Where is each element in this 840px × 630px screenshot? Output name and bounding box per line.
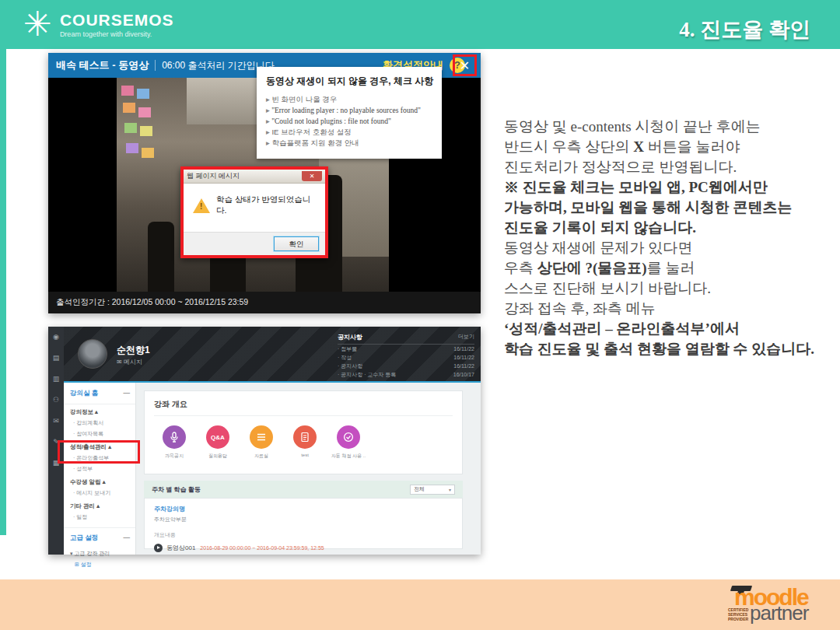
qna-icon: Q&A [206, 425, 229, 449]
close-icon[interactable]: ✕ [460, 58, 470, 73]
test-doc-icon [293, 425, 317, 449]
sidebar-group-title[interactable]: 기타 관리 ▴ [64, 499, 135, 512]
video-activity-name: 동영상001 [166, 544, 195, 552]
week-card: 주차강의명 주차요약부분 개요내용 동영상001 2016-08-29 00:0… [144, 498, 463, 549]
sidebar-item[interactable]: · 강의계획서 [64, 418, 135, 429]
popup-check-item: "Could not load plugins : file not found… [266, 116, 434, 127]
course-module-label: 자료실 [241, 453, 282, 460]
course-module[interactable]: test [285, 425, 325, 460]
chat-icon[interactable]: ▤ [53, 354, 60, 362]
profile-icon[interactable]: ◉ [53, 333, 59, 341]
course-module[interactable]: 과목공지 [154, 425, 194, 460]
course-overview-card: 강좌 개요 과목공지Q&A질의응답자료실test자동 채점 사용 .. [144, 390, 463, 474]
mail-icon[interactable]: ✉ [53, 417, 59, 425]
note-paragraph: 동영상 재생에 문제가 있다면우측 상단에 ?(물음표)를 눌러스스로 진단해 … [504, 238, 831, 299]
course-module[interactable]: Q&A질의응답 [198, 425, 238, 460]
web-page-message-dialog: 웹 페이지 메시지 ✕ ! 학습 상태가 반영되었습니다. 확인 [180, 166, 328, 258]
dialog-close-icon[interactable]: ✕ [302, 171, 322, 181]
player-title: 배속 테스트 - 동영상 [56, 58, 149, 72]
notice-item[interactable]: · 첨부물16/11/22 [338, 345, 474, 353]
notice-title: 공지사항 [338, 333, 362, 341]
ok-button[interactable]: 확인 [274, 236, 319, 251]
week-subtitle: 주차요약부분 [154, 516, 453, 523]
course-module[interactable]: 자료실 [241, 425, 282, 460]
notice-item[interactable]: · 공지사항16/11/22 [338, 362, 474, 370]
sidebar-group-title[interactable]: 강의정보 ▴ [64, 404, 135, 418]
course-module-label: test [285, 453, 325, 457]
popup-check-item: "Error loading player : no playable sour… [266, 105, 434, 116]
dialog-message: 학습 상태가 반영되었습니다. [216, 194, 317, 216]
collapse-icon[interactable]: — [124, 389, 131, 398]
autograde-icon [337, 425, 360, 449]
profile-name: 순천향1 [117, 344, 150, 357]
profile-avatar[interactable] [78, 339, 107, 369]
popup-check-item: IE 브라우저 호환성 설정 [266, 127, 434, 138]
sidebar-home[interactable]: 강의실 홈 — [64, 383, 135, 404]
left-accent-stripe [0, 49, 6, 535]
coursemos-logo: ✳ COURSEMOS Dream together with diversit… [23, 6, 174, 42]
lms-course-screenshot: ◉▤▥⚇✉✎▦ 공지사항 더보기 · 첨부물16/11/22· 작성16/11/… [48, 327, 481, 555]
course-module-label: 과목공지 [154, 453, 194, 460]
sidebar-advanced-item[interactable]: ▾ 고급 강좌 관리 [64, 548, 135, 559]
moodle-partner-logo: moodle CERTIFIED SERVICES PROVIDER partn… [723, 584, 824, 627]
playback-check-popup: 동영상 재생이 되지 않을 경우, 체크 사항 빈 화면이 나올 경우"Erro… [257, 67, 442, 159]
coursemos-flower-icon: ✳ [23, 6, 52, 42]
brand-tagline: Dream together with diversity. [60, 30, 174, 38]
brand-name: COURSEMOS [60, 11, 174, 30]
header-bar: ✳ COURSEMOS Dream together with diversit… [0, 0, 840, 49]
note-paragraph: ※ 진도율 체크는 모바일 앱, PC웹에서만가능하며, 모바일 웹을 통해 시… [504, 177, 831, 238]
notice-more-link[interactable]: 더보기 [458, 333, 474, 341]
sidebar-item-highlighted[interactable]: · 성적부 [64, 464, 135, 474]
warning-icon: ! [193, 198, 210, 213]
week-filter-select[interactable]: 전체▾ [410, 485, 455, 495]
dialog-titlebar: 웹 페이지 메시지 ✕ [184, 170, 325, 184]
weekly-activity-band: 주차 별 학습 활동 전체▾ [144, 481, 463, 498]
video-play-icon [154, 544, 163, 552]
sidebar-advanced-item[interactable]: ⊞ 설정 [64, 559, 135, 570]
course-module-label: 질의응답 [198, 453, 238, 460]
weekly-activity-title: 주차 별 학습 활동 [152, 485, 201, 494]
page-title: 4. 진도율 확인 [679, 16, 810, 44]
video-activity-period: 2016-08-29 00:00:00 ~ 2016-09-04 23:59:5… [200, 545, 324, 551]
notice-mic-icon [163, 425, 186, 449]
course-module-label: 자동 채점 사용 .. [328, 453, 369, 460]
note-paragraph: 강좌 접속 후, 좌측 메뉴‘성적/출석관리 – 온라인출석부’에서학습 진도율… [504, 299, 831, 359]
video-player-screenshot: 02:18 07:15 🔊 ⤢ 배속 테스트 - 동영상 06:00 출석처리 … [48, 53, 481, 313]
course-main-area: 강좌 개요 과목공지Q&A질의응답자료실test자동 채점 사용 .. 주차 별… [136, 383, 481, 555]
document-icon[interactable]: ▥ [53, 375, 60, 383]
chevron-down-icon: ▾ [449, 487, 451, 492]
sidebar-item[interactable]: · 일정 [64, 512, 135, 523]
profile-message-link[interactable]: ✉ 메시지 [117, 358, 142, 366]
sidebar-item[interactable]: · 메시지 보내기 [64, 488, 135, 499]
footer-bar: moodle CERTIFIED SERVICES PROVIDER partn… [0, 579, 840, 630]
sidebar-advanced-header[interactable]: 고급 설정 — [64, 532, 135, 548]
popup-check-item: 빈 화면이 나올 경우 [266, 94, 434, 105]
close-button-red-annotation: ✕ [453, 54, 477, 76]
sidebar-red-annotation-box [58, 440, 140, 464]
notice-item[interactable]: · 작성16/11/22 [338, 353, 474, 362]
video-activity-row[interactable]: 동영상001 2016-08-29 00:00:00 ~ 2016-09-04 … [154, 544, 453, 552]
course-module[interactable]: 자동 채점 사용 .. [328, 425, 369, 460]
week-description: 개요내용 [154, 531, 453, 539]
partner-wordmark: partner [750, 601, 808, 625]
course-sidebar: 강의실 홈 — 강의정보 ▴· 강의계획서· 참여자목록성적/출석관리 ▴· 온… [64, 383, 136, 555]
popup-title: 동영상 재생이 되지 않을 경우, 체크 사항 [266, 75, 434, 88]
dialog-title: 웹 페이지 메시지 [187, 171, 240, 181]
attendance-period-caption: 출석인정기간 : 2016/12/05 00:00 ~ 2016/12/15 2… [48, 292, 481, 313]
week-title-link[interactable]: 주차강의명 [154, 505, 453, 513]
popup-check-item: 학습플랫폼 지원 환경 안내 [266, 138, 434, 149]
notice-item[interactable]: · 공지사항 · 교수자 등록16/10/17 [338, 370, 474, 379]
course-overview-title: 강좌 개요 [154, 399, 453, 416]
certified-text: CERTIFIED SERVICES PROVIDER [728, 607, 751, 621]
sidebar-item[interactable]: · 참여자목록 [64, 429, 135, 439]
note-paragraph: 동영상 및 e-contents 시청이 끝난 후에는반드시 우측 상단의 X … [504, 117, 831, 177]
notice-panel: 공지사항 더보기 · 첨부물16/11/22· 작성16/11/22· 공지사항… [338, 333, 474, 379]
popup-checklist: 빈 화면이 나올 경우"Error loading player : no pl… [266, 94, 434, 149]
archive-icon [250, 425, 273, 449]
sidebar-group-title[interactable]: 수강생 알림 ▴ [64, 474, 135, 488]
instruction-notes: 동영상 및 e-contents 시청이 끝난 후에는반드시 우측 상단의 X … [504, 117, 831, 359]
people-icon[interactable]: ⚇ [53, 396, 59, 404]
